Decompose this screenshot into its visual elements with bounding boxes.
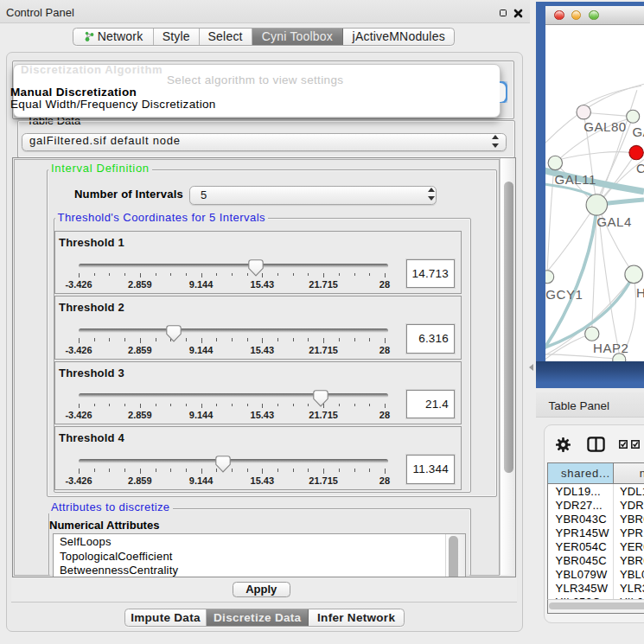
svg-text:H: H — [636, 285, 644, 300]
svg-text:GCY1: GCY1 — [546, 287, 583, 302]
svg-text:HAP2: HAP2 — [593, 341, 628, 355]
svg-text:C: C — [636, 161, 644, 175]
svg-text:GAL4: GAL4 — [597, 214, 633, 228]
svg-text:GAL80: GAL80 — [584, 119, 628, 134]
svg-text:GAL11: GAL11 — [555, 172, 596, 187]
svg-text:GA: GA — [633, 124, 644, 139]
